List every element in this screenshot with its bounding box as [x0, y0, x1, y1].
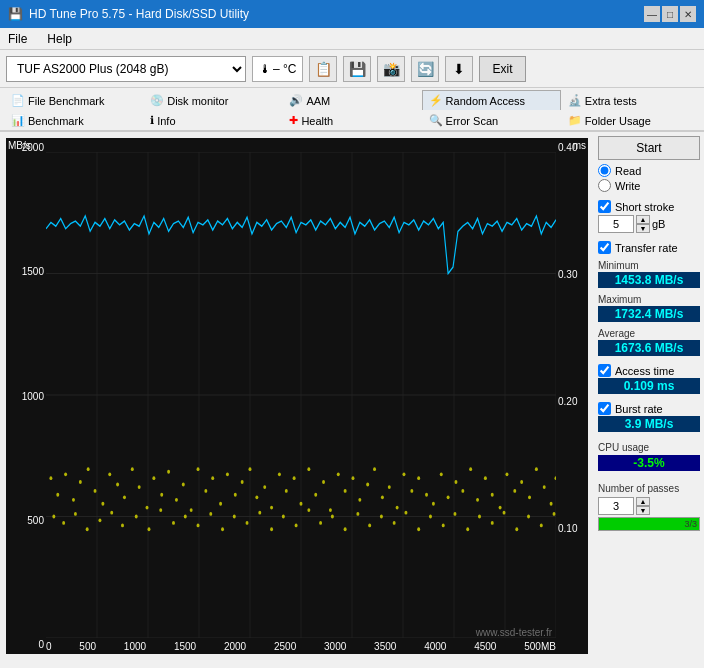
- svg-point-72: [469, 467, 472, 471]
- xaxis-4000: 4000: [424, 641, 446, 652]
- close-button[interactable]: ✕: [680, 6, 696, 22]
- svg-point-41: [241, 480, 244, 484]
- tab-disk-monitor-label: Disk monitor: [167, 95, 228, 107]
- access-time-checkbox-item[interactable]: Access time: [598, 364, 700, 377]
- read-radio[interactable]: [598, 164, 611, 177]
- titlebar-left: 💾 HD Tune Pro 5.75 - Hard Disk/SSD Utili…: [8, 7, 249, 21]
- passes-down-button[interactable]: ▼: [636, 506, 650, 515]
- read-label: Read: [615, 165, 641, 177]
- drive-selector[interactable]: TUF AS2000 Plus (2048 gB): [6, 56, 246, 82]
- toolbar-icon-5[interactable]: ⬇: [445, 56, 473, 82]
- passes-input[interactable]: [598, 497, 634, 515]
- svg-point-82: [543, 485, 546, 489]
- svg-point-74: [484, 476, 487, 480]
- transfer-rate-checkbox-item[interactable]: Transfer rate: [598, 241, 700, 254]
- tab-info[interactable]: ℹ Info: [143, 110, 282, 130]
- svg-point-96: [184, 515, 187, 519]
- svg-point-124: [527, 515, 530, 519]
- svg-point-115: [417, 527, 420, 531]
- menu-file[interactable]: File: [4, 32, 31, 46]
- svg-point-24: [116, 483, 119, 487]
- svg-point-116: [429, 515, 432, 519]
- tab-health[interactable]: ✚ Health: [282, 110, 421, 130]
- svg-point-125: [540, 524, 543, 528]
- menu-help[interactable]: Help: [43, 32, 76, 46]
- exit-button[interactable]: Exit: [479, 56, 525, 82]
- svg-point-112: [380, 515, 383, 519]
- short-stroke-checkbox-item[interactable]: Short stroke: [598, 200, 700, 213]
- toolbar-icon-3[interactable]: 📸: [377, 56, 405, 82]
- svg-point-94: [159, 508, 162, 512]
- tab-extra-tests[interactable]: 🔬 Extra tests: [561, 90, 700, 110]
- xaxis-1500: 1500: [174, 641, 196, 652]
- short-stroke-input[interactable]: [598, 215, 634, 233]
- average-label: Average: [598, 328, 700, 339]
- watermark: www.ssd-tester.fr: [476, 627, 552, 638]
- svg-point-62: [396, 506, 399, 510]
- passes-spinbox-buttons: ▲ ▼: [636, 497, 650, 515]
- svg-point-99: [221, 527, 224, 531]
- svg-point-95: [172, 521, 175, 525]
- maximize-button[interactable]: □: [662, 6, 678, 22]
- svg-point-83: [550, 502, 553, 506]
- cpu-usage-label: CPU usage: [598, 442, 649, 453]
- burst-rate-checkbox[interactable]: [598, 402, 611, 415]
- svg-point-66: [425, 493, 428, 497]
- svg-point-103: [270, 527, 273, 531]
- short-stroke-checkbox[interactable]: [598, 200, 611, 213]
- xaxis-500mb: 500MB: [524, 641, 556, 652]
- passes-spinbox: ▲ ▼: [598, 497, 700, 515]
- health-icon: ✚: [289, 114, 298, 127]
- temperature-value: – °C: [273, 62, 296, 76]
- minimize-button[interactable]: —: [644, 6, 660, 22]
- yaxis-500: 500: [8, 515, 44, 526]
- access-time-checkbox[interactable]: [598, 364, 611, 377]
- toolbar-icon-4[interactable]: 🔄: [411, 56, 439, 82]
- tab-file-benchmark[interactable]: 📄 File Benchmark: [4, 90, 143, 110]
- info-icon: ℹ: [150, 114, 154, 127]
- svg-point-39: [226, 472, 229, 476]
- svg-point-107: [319, 521, 322, 525]
- tab-disk-monitor[interactable]: 💿 Disk monitor: [143, 90, 282, 110]
- menubar: File Help: [0, 28, 704, 50]
- write-radio-item[interactable]: Write: [598, 179, 700, 192]
- yaxis-0: 0: [8, 639, 44, 650]
- svg-point-49: [300, 502, 303, 506]
- svg-point-61: [388, 485, 391, 489]
- svg-point-90: [110, 511, 113, 515]
- passes-up-button[interactable]: ▲: [636, 497, 650, 506]
- short-stroke-up-button[interactable]: ▲: [636, 215, 650, 224]
- access-time-value: 0.109 ms: [598, 378, 700, 394]
- svg-point-42: [249, 467, 252, 471]
- start-button[interactable]: Start: [598, 136, 700, 160]
- svg-point-51: [314, 493, 317, 497]
- svg-point-100: [233, 515, 236, 519]
- app-title: HD Tune Pro 5.75 - Hard Disk/SSD Utility: [29, 7, 249, 21]
- svg-point-113: [393, 521, 396, 525]
- disk-monitor-icon: 💿: [150, 94, 164, 107]
- tab-aam[interactable]: 🔊 AAM: [282, 90, 421, 110]
- error-scan-icon: 🔍: [429, 114, 443, 127]
- transfer-rate-checkbox[interactable]: [598, 241, 611, 254]
- svg-point-53: [329, 508, 332, 512]
- read-radio-item[interactable]: Read: [598, 164, 700, 177]
- burst-rate-checkbox-item[interactable]: Burst rate: [598, 402, 700, 415]
- toolbar-icon-1[interactable]: 📋: [309, 56, 337, 82]
- xaxis-500: 500: [79, 641, 96, 652]
- access-time-label: Access time: [615, 365, 674, 377]
- tab-random-access[interactable]: ⚡ Random Access: [422, 90, 561, 110]
- write-radio[interactable]: [598, 179, 611, 192]
- yaxis-right: 0.40 0.30 0.20 0.10: [556, 138, 588, 654]
- svg-point-80: [528, 495, 531, 499]
- short-stroke-down-button[interactable]: ▼: [636, 224, 650, 233]
- progress-text: 3/3: [684, 519, 697, 529]
- tab-folder-usage[interactable]: 📁 Folder Usage: [561, 110, 700, 130]
- tab-benchmark[interactable]: 📊 Benchmark: [4, 110, 143, 130]
- svg-point-70: [454, 480, 457, 484]
- svg-point-105: [295, 524, 298, 528]
- toolbar-icon-2[interactable]: 💾: [343, 56, 371, 82]
- svg-point-88: [86, 527, 89, 531]
- svg-point-46: [278, 472, 281, 476]
- svg-point-87: [74, 512, 77, 516]
- tab-error-scan[interactable]: 🔍 Error Scan: [422, 110, 561, 130]
